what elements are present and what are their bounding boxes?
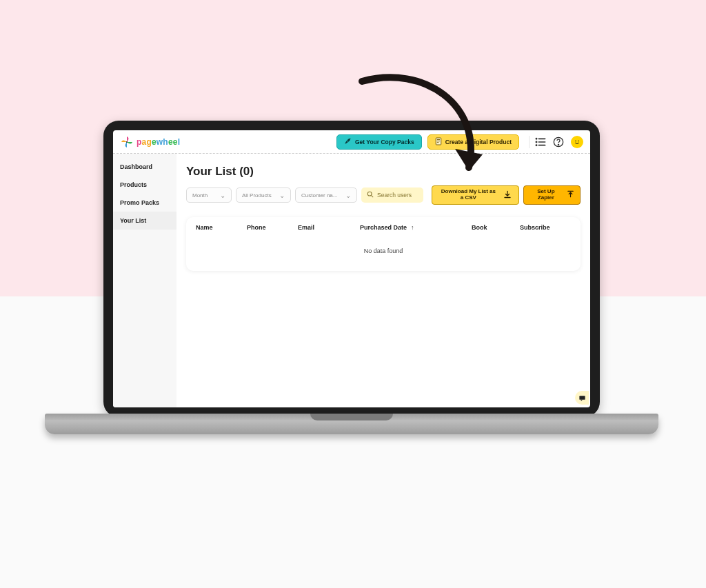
customer-select[interactable]: Customer na... ⌄ [295,187,357,203]
col-purchased-label: Purchased Date [360,224,407,231]
col-purchased-date[interactable]: Purchased Date ↑ [360,224,450,231]
filters-row: Month ⌄ All Products ⌄ Customer na... ⌄ [186,185,581,205]
list-icon[interactable] [535,136,546,148]
page-title: Your List (0) [186,165,581,179]
brand-name: pagewheel [137,137,180,147]
smiley-icon[interactable] [571,136,583,148]
laptop-notch [310,414,393,420]
header-icon-group [529,136,583,148]
chevron-down-icon: ⌄ [220,192,225,199]
svg-point-8 [536,141,536,142]
app-screen: pagewheel Get Your Copy Packs [113,130,590,407]
products-select-label: All Products [242,192,272,199]
table-header: Name Phone Email Purchased Date ↑ Book S… [186,217,581,238]
chevron-down-icon: ⌄ [345,192,351,199]
col-email[interactable]: Email [298,224,360,231]
svg-point-13 [558,144,558,145]
copy-packs-label: Get Your Copy Packs [355,139,414,145]
app-header: pagewheel Get Your Copy Packs [113,130,590,154]
col-name[interactable]: Name [196,224,247,231]
svg-rect-22 [579,396,585,400]
svg-point-10 [536,145,536,145]
pinwheel-icon [120,135,134,149]
zapier-button[interactable]: Set Up Zapier [523,185,581,205]
help-icon[interactable] [553,136,564,148]
svg-point-1 [348,139,349,140]
svg-point-0 [126,141,128,143]
svg-line-17 [371,195,373,197]
customer-select-label: Customer na... [301,192,337,199]
create-product-button[interactable]: Create a Digital Product [427,134,519,150]
document-icon [435,137,442,147]
month-select-label: Month [192,192,208,199]
col-subscribe[interactable]: Subscribe [505,224,571,231]
col-phone[interactable]: Phone [247,224,298,231]
create-product-label: Create a Digital Product [445,139,512,145]
download-icon [503,190,512,201]
sidebar-item-promo-packs[interactable]: Promo Packs [113,194,176,212]
chevron-down-icon: ⌄ [279,192,285,199]
upload-icon [567,190,574,200]
download-csv-button[interactable]: Download My List as a CSV [432,185,519,205]
search-icon [367,191,374,199]
search-input[interactable]: Search users [361,187,423,203]
rocket-icon [344,137,352,146]
empty-state: No data found [186,238,581,271]
svg-point-14 [575,140,576,141]
sidebar-item-products[interactable]: Products [113,176,176,194]
zapier-label: Set Up Zapier [530,189,563,201]
laptop-base [45,414,658,434]
search-placeholder: Search users [377,192,412,199]
products-select[interactable]: All Products ⌄ [236,187,291,203]
svg-point-6 [536,138,536,139]
chat-widget[interactable] [575,391,589,405]
month-select[interactable]: Month ⌄ [186,187,232,203]
download-csv-label: Download My List as a CSV [439,189,498,201]
sort-asc-icon: ↑ [411,224,414,231]
data-table: Name Phone Email Purchased Date ↑ Book S… [186,217,581,271]
col-book[interactable]: Book [450,224,505,231]
sidebar: Dashboard Products Promo Packs Your List [113,154,176,407]
sidebar-item-dashboard[interactable]: Dashboard [113,158,176,176]
svg-point-15 [578,140,579,141]
brand-logo[interactable]: pagewheel [120,135,180,149]
laptop-frame: pagewheel Get Your Copy Packs [103,121,600,417]
main-content: Your List (0) Month ⌄ All Products ⌄ Cus… [176,154,590,407]
copy-packs-button[interactable]: Get Your Copy Packs [336,134,422,150]
svg-point-16 [367,192,372,196]
sidebar-item-your-list[interactable]: Your List [113,212,176,230]
